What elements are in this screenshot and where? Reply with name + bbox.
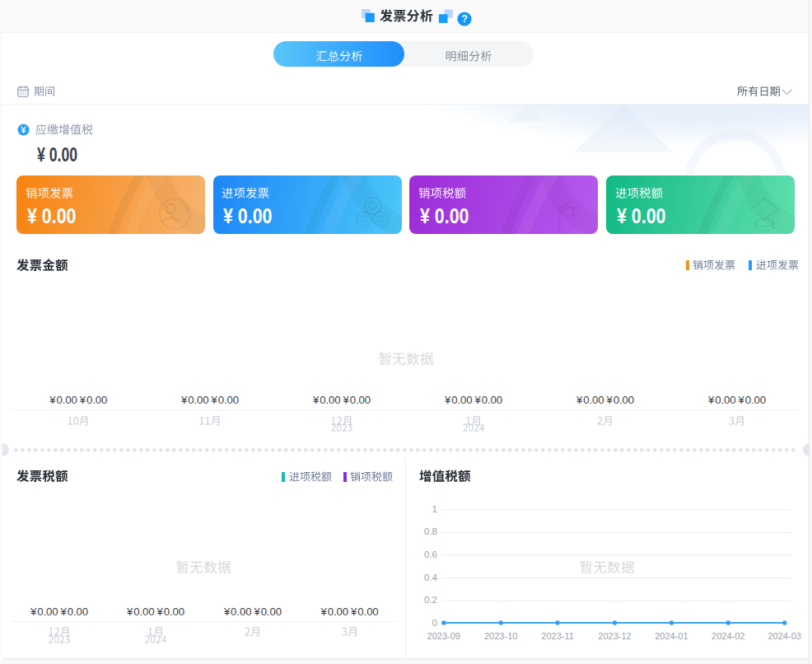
svg-text:?: ? — [461, 13, 468, 25]
